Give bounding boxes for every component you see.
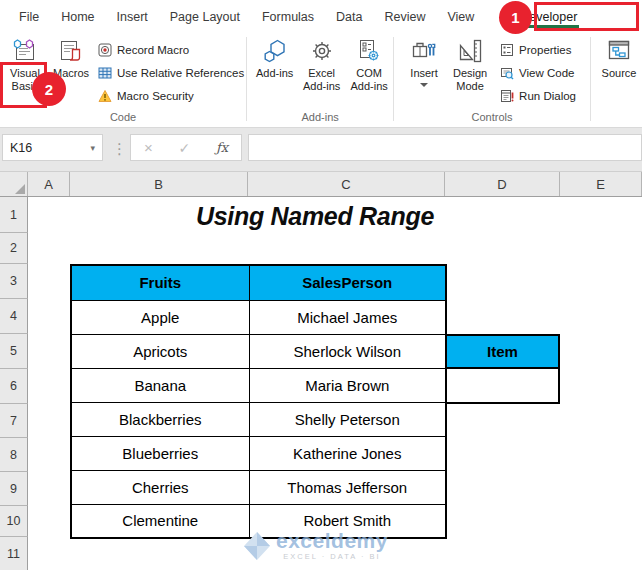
salesperson-cell[interactable]: Sherlock Wilson xyxy=(249,334,446,368)
watermark: exceldemy EXCEL · DATA · BI xyxy=(243,531,388,561)
tab-review[interactable]: Review xyxy=(373,10,436,24)
column-header-e[interactable]: E xyxy=(560,172,642,196)
row-header-10[interactable]: 10 xyxy=(0,506,28,537)
column-header-d[interactable]: D xyxy=(445,172,560,196)
xml-source-icon xyxy=(606,38,632,64)
toolbox-icon xyxy=(411,38,437,64)
sheet-title-cell[interactable]: Using Named Range xyxy=(70,199,560,233)
ribbon: Visual Basic Macros xyxy=(0,33,642,128)
row-header-3[interactable]: 3 xyxy=(0,264,28,299)
view-code-label: View Code xyxy=(519,67,574,79)
view-code-button[interactable]: View Code xyxy=(500,61,576,84)
formula-bar-strip: K16 ▾ ⋮ × ✓ ƒx xyxy=(0,128,642,172)
set-square-ruler-icon xyxy=(457,38,483,64)
code-group-label: Code xyxy=(0,110,246,127)
salesperson-cell[interactable]: Shelly Peterson xyxy=(249,402,446,436)
salesperson-cell[interactable]: Maria Brown xyxy=(249,368,446,402)
excel-add-ins-button[interactable]: Excel Add-ins xyxy=(298,36,345,93)
salesperson-cell[interactable]: Michael James xyxy=(249,300,446,334)
add-ins-button[interactable]: Add-ins xyxy=(251,36,298,80)
table-row: Blueberries Katherine Jones xyxy=(71,436,446,470)
add-ins-label: Add-ins xyxy=(256,67,293,80)
exceldemy-diamond-icon xyxy=(243,531,271,561)
com-add-ins-button[interactable]: COM Add-ins xyxy=(345,36,393,93)
name-box-dropdown-icon[interactable]: ▾ xyxy=(90,143,95,153)
gear-icon xyxy=(309,38,335,64)
row-header-5[interactable]: 5 xyxy=(0,334,28,369)
enter-icon[interactable]: ✓ xyxy=(178,140,190,156)
table-row: Apricots Sherlock Wilson xyxy=(71,334,446,368)
item-value-cell[interactable] xyxy=(445,369,560,404)
row-headers: 1 2 3 4 5 6 7 8 9 10 11 xyxy=(0,197,28,570)
design-mode-button[interactable]: Design Mode xyxy=(446,36,494,93)
formula-bar-separator-icon: ⋮ xyxy=(112,140,127,158)
tab-page-layout[interactable]: Page Layout xyxy=(159,10,251,24)
fruit-cell[interactable]: Blackberries xyxy=(71,402,249,436)
fruit-cell[interactable]: Apricots xyxy=(71,334,249,368)
run-dialog-button[interactable]: Run Dialog xyxy=(500,84,576,107)
row-header-9[interactable]: 9 xyxy=(0,472,28,506)
fruit-cell[interactable]: Banana xyxy=(71,368,249,402)
macros-icon xyxy=(58,38,84,64)
chevron-down-icon xyxy=(420,83,428,87)
formula-bar-buttons: × ✓ ƒx xyxy=(130,134,242,161)
fruit-cell[interactable]: Clementine xyxy=(71,504,249,538)
tab-view[interactable]: View xyxy=(436,10,485,24)
salesperson-cell[interactable]: Thomas Jefferson xyxy=(249,470,446,504)
watermark-brand: exceldemy xyxy=(276,531,388,551)
tab-home[interactable]: Home xyxy=(50,10,105,24)
properties-button[interactable]: Properties xyxy=(500,38,576,61)
record-macro-icon xyxy=(98,43,112,57)
row-header-2[interactable]: 2 xyxy=(0,233,28,264)
relative-references-icon xyxy=(98,66,112,80)
insert-control-button[interactable]: Insert xyxy=(402,36,446,87)
record-macro-button[interactable]: Record Macro xyxy=(98,38,244,61)
table-header-row: Fruits SalesPerson xyxy=(71,265,446,300)
step-1-badge: 1 xyxy=(499,1,532,34)
column-header-c[interactable]: C xyxy=(248,172,445,196)
source-button[interactable]: Source xyxy=(596,36,642,80)
fruits-header-cell[interactable]: Fruits xyxy=(71,265,249,300)
name-box[interactable]: K16 ▾ xyxy=(2,134,103,161)
ribbon-group-controls: Insert Design Mode xyxy=(394,33,590,127)
use-relative-references-button[interactable]: Use Relative References xyxy=(98,61,244,84)
dialog-exclamation-icon xyxy=(500,89,514,103)
column-header-a[interactable]: A xyxy=(28,172,70,196)
table-row: Banana Maria Brown xyxy=(71,368,446,402)
table-row: Apple Michael James xyxy=(71,300,446,334)
tab-insert[interactable]: Insert xyxy=(106,10,159,24)
fruit-cell[interactable]: Blueberries xyxy=(71,436,249,470)
table-row: Blackberries Shelly Peterson xyxy=(71,402,446,436)
visual-basic-icon xyxy=(12,38,38,64)
salesperson-cell[interactable]: Katherine Jones xyxy=(249,436,446,470)
item-header-cell[interactable]: Item xyxy=(445,334,560,369)
properties-icon xyxy=(500,43,514,57)
hexagon-addins-icon xyxy=(262,38,288,64)
tab-file[interactable]: File xyxy=(8,10,50,24)
row-header-6[interactable]: 6 xyxy=(0,369,28,404)
cancel-icon[interactable]: × xyxy=(144,139,153,156)
excel-window: File Home Insert Page Layout Formulas Da… xyxy=(0,0,642,570)
row-header-7[interactable]: 7 xyxy=(0,404,28,438)
row-header-4[interactable]: 4 xyxy=(0,299,28,334)
salesperson-header-cell[interactable]: SalesPerson xyxy=(249,265,446,300)
record-macro-label: Record Macro xyxy=(117,44,189,56)
use-relative-references-label: Use Relative References xyxy=(117,67,244,79)
tab-formulas[interactable]: Formulas xyxy=(251,10,325,24)
column-headers: A B C D E xyxy=(0,172,642,197)
formula-input[interactable] xyxy=(248,134,642,161)
insert-function-icon[interactable]: ƒx xyxy=(216,140,228,155)
macro-security-button[interactable]: Macro Security xyxy=(98,84,244,107)
controls-group-label: Controls xyxy=(394,110,590,127)
column-header-b[interactable]: B xyxy=(70,172,248,196)
row-header-8[interactable]: 8 xyxy=(0,438,28,472)
run-dialog-label: Run Dialog xyxy=(519,90,576,102)
select-all-corner[interactable] xyxy=(0,172,28,196)
row-header-11[interactable]: 11 xyxy=(0,537,28,570)
excel-add-ins-label: Excel Add-ins xyxy=(298,67,345,93)
fruit-cell[interactable]: Cherries xyxy=(71,470,249,504)
developer-tab-highlight-box xyxy=(534,2,639,31)
row-header-1[interactable]: 1 xyxy=(0,197,28,233)
tab-data[interactable]: Data xyxy=(325,10,373,24)
fruit-cell[interactable]: Apple xyxy=(71,300,249,334)
